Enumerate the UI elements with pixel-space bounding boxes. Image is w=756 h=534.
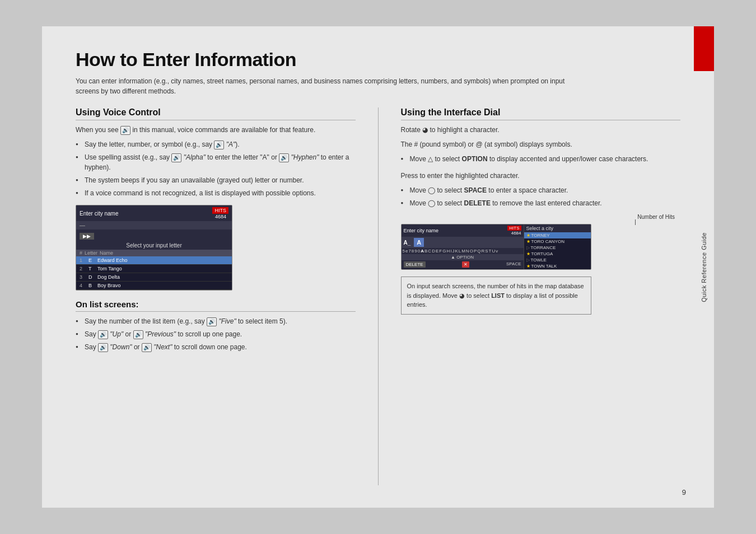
list-bullet-2: Say 🔊 "Up" or 🔊 "Previous" to scroll up … <box>76 329 356 339</box>
voice-icon-1: 🔊 <box>120 126 130 135</box>
voice-bullet-4: If a voice command is not recognized, a … <box>76 188 356 198</box>
voice-icon-9: 🔊 <box>142 343 152 352</box>
ds-city-3: ▷ TORRANCE <box>524 245 591 251</box>
ds-char: U <box>492 249 495 254</box>
ds-char: R <box>481 249 484 254</box>
ds-char: 0 <box>418 249 420 254</box>
list-num-1: 1 <box>80 257 88 263</box>
voice-bullet-3: The system beeps if you say an unavailab… <box>76 175 356 185</box>
right-column: Using the Interface Dial Rotate ◕ to hig… <box>401 107 681 485</box>
hits-label: HITS <box>212 207 228 214</box>
content-columns: Using Voice Control When you see 🔊 in th… <box>76 107 680 485</box>
screen-header: Enter city name HITS 4684 <box>76 205 232 221</box>
ds-left-header: Enter city name HITS 4684 <box>402 224 524 237</box>
ds-x-btn[interactable]: ✕ <box>462 261 469 268</box>
ds-char: E <box>436 249 438 254</box>
ds-hits-count: 4684 <box>511 231 521 236</box>
screen-list-item-4: 4 B Boy Bravo <box>76 282 232 290</box>
side-label-text: Quick Reference Guide <box>701 232 707 302</box>
ds-char: 9 <box>414 249 417 254</box>
ds-char: H <box>446 249 450 254</box>
dial-bullets-2: Move ◯ to select SPACE to enter a space … <box>401 185 681 208</box>
ds-city-2: ★ TORO CANYON <box>524 238 591 245</box>
screen-title: Enter city name <box>80 210 118 217</box>
dual-screen-right: Select a city ★ TORNEY ★ TORO CANYON ▷ T… <box>524 224 591 269</box>
ds-char: 7 <box>408 249 410 254</box>
screen-nav-btn: ▶▶ <box>76 229 232 241</box>
star-icon-2: ★ <box>526 239 530 244</box>
ds-char: C <box>428 249 431 254</box>
voice-control-bullets: Say the letter, number, or symbol (e.g.,… <box>76 139 356 198</box>
ds-city-1: ★ TORNEY <box>524 232 591 238</box>
voice-icon-8: 🔊 <box>98 343 108 352</box>
screen-list-num-header: # <box>80 250 82 256</box>
dual-screen-left: Enter city name HITS 4684 A_ A 5 <box>402 224 524 269</box>
ds-delete-btn[interactable]: DELETE <box>404 261 426 268</box>
interface-dial-heading: Using the Interface Dial <box>401 107 681 120</box>
hits-line <box>635 219 636 225</box>
star-icon-4: ★ <box>526 251 530 256</box>
ds-hits-badge: HITS <box>507 226 521 231</box>
ds-action-row: DELETE ✕ SPACE <box>402 260 524 269</box>
list-screens-heading: On list screens: <box>76 299 356 312</box>
ds-char: T <box>489 249 492 254</box>
dial-desc-1: Rotate ◕ to highlight a character. <box>401 125 681 135</box>
ds-char-a: A <box>421 249 424 254</box>
star-icon-1: ★ <box>526 233 530 238</box>
voice-icon-7: 🔊 <box>133 330 143 339</box>
voice-icon-2: 🔊 <box>214 140 224 149</box>
voice-bullet-2: Use spelling assist (e.g., say 🔊 "Alpha"… <box>76 152 356 172</box>
page-number: 9 <box>682 488 686 496</box>
list-letter-2: T <box>88 266 97 271</box>
list-name-1: Edward Echo <box>97 257 128 263</box>
dial-bullets-1: Move △ to select OPTION to display accen… <box>401 154 681 164</box>
voice-control-desc: When you see 🔊 in this manual, voice com… <box>76 125 356 135</box>
list-bullet-3: Say 🔊 "Down" or 🔊 "Next" to scroll down … <box>76 342 356 352</box>
ds-char: J <box>452 249 454 254</box>
screen-nav-label: ▶▶ <box>80 233 94 240</box>
ds-char-bar: A_ A <box>402 237 524 248</box>
voice-icon-5: 🔊 <box>207 317 217 326</box>
screen-list-letter-header: Letter <box>85 250 97 256</box>
list-name-3: Dog Delta <box>97 274 120 280</box>
hits-count: 4684 <box>215 214 228 219</box>
ds-char: K <box>455 249 458 254</box>
list-num-4: 4 <box>80 283 88 288</box>
screen-list-name-header: Name <box>100 250 113 256</box>
column-divider <box>378 107 379 485</box>
ds-char: N <box>466 249 469 254</box>
ds-space-label: SPACE <box>506 261 521 268</box>
ds-char: S <box>485 249 488 254</box>
bottom-note: On input search screens, the number of h… <box>401 277 591 315</box>
list-num-3: 3 <box>80 274 88 280</box>
ds-city-6: ★ TOWN TALK <box>524 263 591 269</box>
voice-icon-3: 🔊 <box>171 153 181 162</box>
dial-desc-2: The # (pound symbol) or @ (at symbol) di… <box>401 139 681 149</box>
ds-char: v <box>496 249 498 254</box>
list-letter-4: B <box>88 283 97 288</box>
screen-list-item-2: 2 T Tom Tango <box>76 265 232 273</box>
screen-list-item-1: 1 E Edward Echo <box>76 256 232 265</box>
dial-bullet-1: Move △ to select OPTION to display accen… <box>401 154 681 164</box>
ds-hits-area: HITS 4684 <box>507 226 521 236</box>
page-title: How to Enter Information <box>76 49 680 71</box>
ds-char: 5 <box>403 249 405 254</box>
ds-city-4: ★ TORTUGA <box>524 251 591 257</box>
screen-cursor: — <box>80 222 85 228</box>
screen-hits-area: HITS 4684 <box>212 207 228 219</box>
side-label-container: Quick Reference Guide <box>694 26 714 508</box>
ds-char: B <box>424 249 427 254</box>
dual-screen-wrapper: Number of Hits Enter city name HITS 4684 <box>401 224 681 270</box>
left-column: Using Voice Control When you see 🔊 in th… <box>76 107 356 485</box>
voice-icon-4: 🔊 <box>279 153 289 162</box>
dial-icon: ◕ <box>459 292 465 299</box>
list-name-2: Tom Tango <box>97 266 122 271</box>
ds-char: L <box>459 249 461 254</box>
ds-char: I <box>450 249 451 254</box>
ds-char: e <box>405 249 408 254</box>
ds-city-5: ▷ TOWLE <box>524 257 591 263</box>
list-num-2: 2 <box>80 266 88 271</box>
ds-left-title: Enter city name <box>404 228 439 233</box>
ds-char-input: A_ <box>404 240 411 246</box>
screen-input-bar: — <box>76 221 232 229</box>
